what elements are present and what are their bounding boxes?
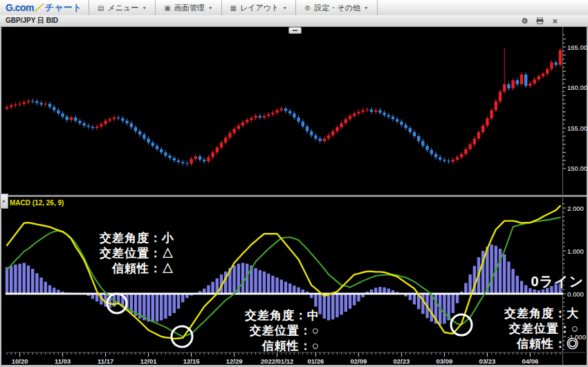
chevron-down-icon: ▼ [208,6,213,10]
menu-label: メニュー [107,3,138,13]
window-controls: ⚙ × [522,15,558,26]
chevron-down-icon: ▼ [142,6,147,10]
svg-text:155.000: 155.000 [567,124,588,132]
svg-text:11/03: 11/03 [55,357,71,365]
chart-application-window: 165.000160.000155.000150.00010/2011/0311… [0,0,588,367]
pane-arrow-icon: ▸ [3,198,6,204]
main-toolbar: G.com ／ チャート ▤ メニュー ▼ ▣ 画面管理 ▼ ▦ レイアウト ▼… [0,0,588,16]
gear-icon: ⚙ [304,4,311,12]
logo-slash-icon: ／ [33,1,46,14]
svg-text:0.000: 0.000 [567,290,584,298]
printer-icon[interactable] [536,17,544,24]
screen-icon: ▣ [164,4,170,12]
svg-text:03/09: 03/09 [437,357,453,365]
chart-canvas[interactable]: 165.000160.000155.000150.00010/2011/0311… [0,0,588,367]
collapse-dash-icon [293,30,297,31]
layout-icon: ▦ [230,4,237,12]
svg-text:11/17: 11/17 [98,357,113,365]
logo-brand-text: G.com [6,2,34,13]
svg-text:02/23: 02/23 [394,357,410,365]
menu-icon: ▤ [98,4,104,12]
chevron-down-icon: ▼ [282,6,287,10]
svg-text:165.000: 165.000 [567,44,588,51]
svg-text:2022/01/12: 2022/01/12 [261,357,294,365]
screen-management-button[interactable]: ▣ 画面管理 ▼ [155,0,221,15]
svg-text:12/01: 12/01 [140,357,157,365]
macd-pane-handle[interactable]: ▸ [0,194,8,209]
svg-text:03/23: 03/23 [479,357,496,365]
svg-text:2.000: 2.000 [567,205,584,212]
svg-text:12/29: 12/29 [226,357,243,365]
screen-management-label: 画面管理 [174,3,205,13]
layout-button[interactable]: ▦ レイアウト ▼ [221,0,296,15]
app-logo: G.com ／ チャート [0,0,89,15]
svg-text:160.000: 160.000 [567,84,588,91]
svg-text:10/20: 10/20 [12,357,28,365]
layout-label: レイアウト [240,3,279,13]
settings-other-button[interactable]: ⚙ 設定・その他 ▼ [295,0,377,15]
close-icon[interactable]: × [552,17,558,26]
svg-text:02/09: 02/09 [351,357,367,365]
panel-collapse-button[interactable] [288,27,302,34]
settings-other-label: 設定・その他 [314,3,360,13]
svg-text:01/26: 01/26 [308,357,324,365]
chevron-down-icon: ▼ [364,6,369,10]
svg-text:04/06: 04/06 [522,357,539,365]
svg-text:-1.000: -1.000 [567,333,586,341]
svg-text:1.000: 1.000 [567,247,584,255]
svg-text:12/15: 12/15 [183,357,200,365]
menu-button[interactable]: ▤ メニュー ▼ [89,0,155,15]
chart-window-titlebar: GBP/JPY 日 BID ⚙ × [0,15,588,27]
gear-icon[interactable]: ⚙ [522,17,529,25]
svg-text:150.000: 150.000 [567,164,588,172]
logo-product-text: チャート [45,1,82,14]
instrument-title: GBP/JPY 日 BID [6,16,58,26]
